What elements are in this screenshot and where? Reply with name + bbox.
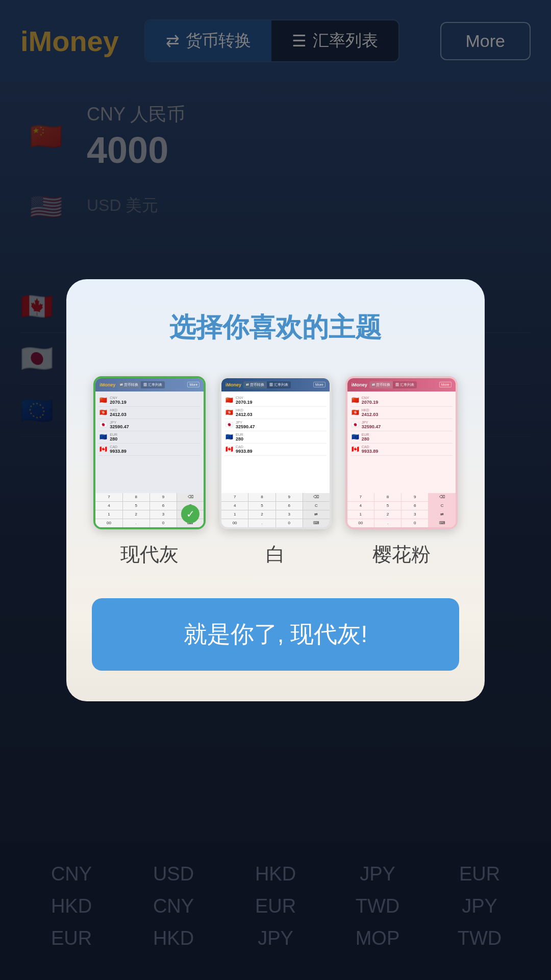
- modal-title: 选择你喜欢的主题: [92, 310, 459, 346]
- theme-label-gray: 现代灰: [120, 542, 179, 568]
- theme-option-pink[interactable]: iMoney ⇄ 货币转换 ☰ 汇率列表 More 🇨🇳 C: [343, 376, 459, 568]
- theme-option-white[interactable]: iMoney ⇄ 货币转换 ☰ 汇率列表 More 🇨🇳 C: [218, 376, 334, 568]
- theme-preview-pink: iMoney ⇄ 货币转换 ☰ 汇率列表 More 🇨🇳 C: [345, 376, 458, 529]
- theme-preview-white: iMoney ⇄ 货币转换 ☰ 汇率列表 More 🇨🇳 C: [219, 376, 332, 529]
- theme-preview-gray: iMoney ⇄ 货币转换 ☰ 汇率列表 More 🇨🇳 C: [93, 376, 206, 529]
- theme-option-gray[interactable]: iMoney ⇄ 货币转换 ☰ 汇率列表 More 🇨🇳 C: [92, 376, 208, 568]
- confirm-theme-button[interactable]: 就是你了, 现代灰!: [92, 598, 459, 671]
- theme-modal: 选择你喜欢的主题 iMoney ⇄ 货币转换 ☰ 汇率列表 More: [66, 279, 485, 701]
- theme-label-pink: 樱花粉: [372, 542, 431, 568]
- theme-label-white: 白: [266, 542, 285, 568]
- modal-overlay[interactable]: 选择你喜欢的主题 iMoney ⇄ 货币转换 ☰ 汇率列表 More: [0, 0, 551, 980]
- selected-checkmark: ✓: [181, 505, 199, 523]
- theme-options: iMoney ⇄ 货币转换 ☰ 汇率列表 More 🇨🇳 C: [92, 376, 459, 568]
